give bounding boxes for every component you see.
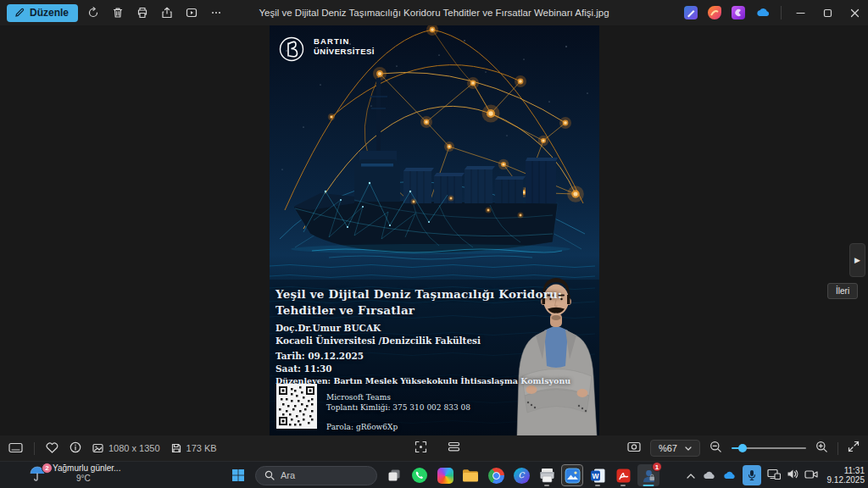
- clock-time: 11:31: [824, 466, 865, 475]
- weather-badge: 2: [42, 463, 53, 474]
- pencil-icon: [14, 8, 25, 18]
- photos-app-icon[interactable]: [561, 464, 583, 486]
- network-icon[interactable]: [767, 468, 781, 483]
- poster-affiliation: Kocaeli Üniversitesi /Denizcilik Fakülte…: [275, 336, 481, 346]
- zoom-out-icon[interactable]: [709, 441, 722, 457]
- qr-code: [276, 384, 317, 429]
- close-button[interactable]: [841, 0, 868, 25]
- fullscreen-icon[interactable]: [848, 441, 860, 456]
- caption-divider: [781, 6, 782, 19]
- image-viewer-canvas: BARTIN ÜNİVERSİTESİ Yeşil ve Dijital Den…: [0, 25, 868, 435]
- weather-headline: Yağmurlu günler...: [53, 463, 120, 473]
- onedrive-icon[interactable]: [755, 6, 769, 19]
- camera-indicator-icon[interactable]: [804, 468, 818, 483]
- acrobat-app-icon[interactable]: [612, 464, 634, 486]
- search-input[interactable]: [281, 470, 365, 480]
- slideshow-icon[interactable]: [182, 3, 201, 22]
- maximize-button[interactable]: [814, 0, 841, 25]
- task-view-icon: [387, 469, 401, 482]
- microphone-in-use-indicator[interactable]: [743, 465, 761, 485]
- whatsapp-app-icon[interactable]: [409, 464, 431, 486]
- zoom-slider[interactable]: [732, 444, 806, 452]
- meeting-id: Toplantı Kimliği: 375 310 002 833 08: [326, 402, 470, 413]
- canva-app-icon[interactable]: C: [510, 464, 532, 486]
- university-name-line1: BARTIN: [314, 36, 350, 46]
- image-dimensions: 1080 x 1350: [92, 443, 160, 453]
- filmstrip-icon[interactable]: [8, 442, 23, 455]
- title-bar: Düzenle Yeşil ve Dijital Deniz Taşımacıl…: [0, 0, 868, 25]
- fit-to-window-icon[interactable]: [415, 441, 427, 457]
- hidden-icons-chevron[interactable]: [686, 468, 696, 483]
- university-logo: BARTIN ÜNİVERSİTESİ: [276, 33, 429, 64]
- onedrive-sync-icon[interactable]: [702, 468, 716, 483]
- meeting-password: Parola: gR6ow6Xp: [326, 422, 470, 432]
- actual-size-icon[interactable]: [627, 441, 641, 456]
- zoom-slider-thumb[interactable]: [738, 444, 747, 452]
- word-app-icon[interactable]: W: [587, 464, 609, 486]
- edit-button[interactable]: Düzenle: [7, 4, 78, 22]
- taskbar-search[interactable]: [255, 466, 377, 485]
- zoom-level-dropdown[interactable]: %67: [650, 440, 700, 457]
- taskbar-clock[interactable]: 11:31 9.12.2025: [824, 466, 865, 485]
- clock-date: 9.12.2025: [824, 475, 865, 485]
- statusbar-divider: [34, 442, 35, 455]
- statusbar-divider-right: [837, 442, 838, 455]
- chevron-down-icon: [685, 446, 692, 451]
- image-size-icon: [92, 443, 103, 453]
- status-bar: 1080 x 1350 173 KB %67: [0, 435, 868, 461]
- window-title: Yeşil ve Dijital Deniz Taşımacılığı Kori…: [259, 0, 609, 25]
- scanner-app-icon[interactable]: [536, 464, 558, 486]
- app-notification-badge: 1: [652, 462, 662, 472]
- taskbar: 2 Yağmurlu günler... 9°C: [0, 461, 868, 488]
- more-options-icon[interactable]: [207, 3, 225, 22]
- poster-date: Tarih: 09.12.2025: [275, 351, 364, 361]
- poster-title-line1: Yeşil ve Dijital Deniz Taşımacılığı Kori…: [275, 287, 562, 301]
- next-arrow-icon: ▶: [854, 256, 860, 264]
- image-dimensions-value: 1080 x 1350: [108, 443, 160, 453]
- start-button[interactable]: [227, 464, 249, 486]
- info-icon[interactable]: [70, 441, 81, 455]
- photos-edit-app-icon[interactable]: [684, 6, 698, 19]
- next-image-button[interactable]: ▶: [849, 243, 865, 277]
- poster-speaker: Doç.Dr.Umur BUCAK: [275, 323, 381, 333]
- weather-temperature: 9°C: [76, 474, 120, 483]
- pinned-person-app-icon[interactable]: 1: [637, 464, 659, 486]
- onedrive-cloud-icon[interactable]: [722, 468, 737, 483]
- search-icon: [264, 470, 275, 480]
- photos-app-window: Düzenle Yeşil ve Dijital Deniz Taşımacıl…: [0, 0, 868, 488]
- windows-logo-icon: [231, 469, 245, 482]
- next-tooltip: İleri: [827, 283, 858, 299]
- zoom-level-value: %67: [659, 443, 677, 453]
- rotate-icon[interactable]: [84, 3, 103, 22]
- file-size: 173 KB: [171, 443, 217, 453]
- zoom-in-icon[interactable]: [815, 441, 828, 457]
- favorite-icon[interactable]: [46, 442, 58, 455]
- meeting-info: Microsoft Teams Toplantı Kimliği: 375 31…: [326, 392, 470, 432]
- share-icon[interactable]: [158, 3, 176, 22]
- university-logo-icon: [276, 33, 310, 67]
- designer-app-icon[interactable]: [708, 6, 721, 19]
- meeting-platform: Microsoft Teams: [326, 392, 470, 402]
- multi-view-icon[interactable]: [448, 441, 460, 456]
- university-name-line2: ÜNİVERSİTESİ: [314, 47, 375, 56]
- chrome-app-icon[interactable]: [485, 464, 507, 486]
- file-size-value: 173 KB: [186, 443, 217, 453]
- volume-icon[interactable]: [787, 468, 798, 483]
- microsoft-365-app-icon[interactable]: [434, 464, 456, 486]
- poster-time: Saat: 11:30: [275, 363, 332, 374]
- edit-button-label: Düzenle: [30, 7, 69, 19]
- poster-image: BARTIN ÜNİVERSİTESİ Yeşil ve Dijital Den…: [270, 25, 599, 435]
- minimize-button[interactable]: [787, 0, 814, 25]
- file-size-icon: [171, 443, 181, 453]
- clipchamp-app-icon[interactable]: [732, 6, 745, 19]
- delete-icon[interactable]: [108, 3, 127, 22]
- file-explorer-app-icon[interactable]: [459, 464, 481, 486]
- svg-text:W: W: [592, 471, 599, 480]
- task-view-button[interactable]: [383, 464, 405, 486]
- weather-widget[interactable]: 2 Yağmurlu günler... 9°C: [29, 463, 120, 485]
- poster-title-line2: Tehditler ve Fırsatlar: [275, 303, 415, 317]
- poster-organizer: Düzenleyen: Bartın Meslek Yüksekokulu İh…: [275, 376, 570, 385]
- poster-artwork: [270, 25, 599, 435]
- print-icon[interactable]: [133, 3, 152, 22]
